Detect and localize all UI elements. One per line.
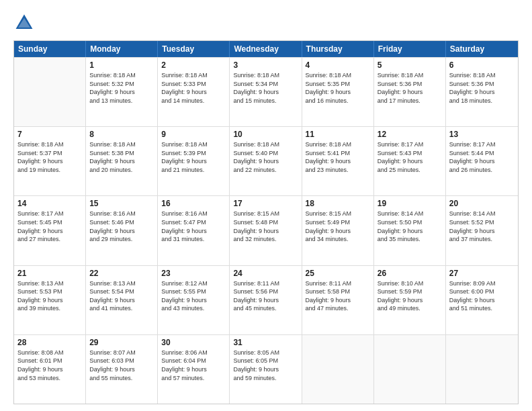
day-number: 3 [233,60,298,70]
cal-header-tuesday: Tuesday [158,41,230,57]
cal-week-4: 21Sunrise: 8:13 AM Sunset: 5:53 PM Dayli… [14,265,518,334]
cal-cell-6: 6Sunrise: 8:18 AM Sunset: 5:36 PM Daylig… [446,58,518,126]
cal-cell-10: 10Sunrise: 8:18 AM Sunset: 5:40 PM Dayli… [230,127,302,195]
cal-header-sunday: Sunday [14,41,86,57]
day-info: Sunrise: 8:05 AM Sunset: 6:05 PM Dayligh… [233,349,298,382]
cal-cell-15: 15Sunrise: 8:16 AM Sunset: 5:46 PM Dayli… [86,196,158,265]
calendar: SundayMondayTuesdayWednesdayThursdayFrid… [13,40,519,404]
day-number: 22 [89,269,154,278]
day-number: 6 [449,60,515,70]
day-number: 7 [17,130,82,139]
page: SundayMondayTuesdayWednesdayThursdayFrid… [0,0,532,411]
day-info: Sunrise: 8:18 AM Sunset: 5:32 PM Dayligh… [89,71,154,105]
day-number: 21 [17,269,82,278]
cal-cell-19: 19Sunrise: 8:14 AM Sunset: 5:50 PM Dayli… [374,196,446,265]
day-number: 15 [89,199,154,208]
cal-cell-26: 26Sunrise: 8:10 AM Sunset: 5:59 PM Dayli… [374,266,446,334]
cal-cell-28: 28Sunrise: 8:08 AM Sunset: 6:01 PM Dayli… [14,335,86,404]
cal-cell-empty-6 [446,335,518,404]
day-info: Sunrise: 8:18 AM Sunset: 5:39 PM Dayligh… [161,140,226,174]
day-number: 23 [161,269,226,278]
cal-cell-20: 20Sunrise: 8:14 AM Sunset: 5:52 PM Dayli… [446,196,518,265]
day-number: 5 [378,60,442,70]
day-number: 13 [449,130,515,139]
day-number: 25 [306,269,370,278]
day-info: Sunrise: 8:18 AM Sunset: 5:37 PM Dayligh… [17,140,82,174]
day-number: 31 [233,338,298,347]
cal-cell-5: 5Sunrise: 8:18 AM Sunset: 5:36 PM Daylig… [374,58,446,126]
cal-header-monday: Monday [86,41,158,57]
cal-week-5: 28Sunrise: 8:08 AM Sunset: 6:01 PM Dayli… [14,334,518,404]
day-info: Sunrise: 8:16 AM Sunset: 5:46 PM Dayligh… [89,210,154,243]
day-info: Sunrise: 8:13 AM Sunset: 5:54 PM Dayligh… [89,279,154,313]
cal-cell-16: 16Sunrise: 8:16 AM Sunset: 5:47 PM Dayli… [158,196,230,265]
cal-header-friday: Friday [374,41,446,57]
cal-cell-22: 22Sunrise: 8:13 AM Sunset: 5:54 PM Dayli… [86,266,158,334]
day-info: Sunrise: 8:17 AM Sunset: 5:43 PM Dayligh… [378,140,442,174]
cal-cell-25: 25Sunrise: 8:11 AM Sunset: 5:58 PM Dayli… [302,266,374,334]
cal-week-1: 1Sunrise: 8:18 AM Sunset: 5:32 PM Daylig… [14,57,518,126]
cal-cell-18: 18Sunrise: 8:15 AM Sunset: 5:49 PM Dayli… [302,196,374,265]
day-number: 17 [233,199,298,208]
cal-cell-2: 2Sunrise: 8:18 AM Sunset: 5:33 PM Daylig… [158,58,230,126]
cal-week-3: 14Sunrise: 8:17 AM Sunset: 5:45 PM Dayli… [14,195,518,265]
cal-cell-23: 23Sunrise: 8:12 AM Sunset: 5:55 PM Dayli… [158,266,230,334]
cal-cell-21: 21Sunrise: 8:13 AM Sunset: 5:53 PM Dayli… [14,266,86,334]
cal-cell-13: 13Sunrise: 8:17 AM Sunset: 5:44 PM Dayli… [446,127,518,195]
logo-icon [13,12,35,34]
day-info: Sunrise: 8:18 AM Sunset: 5:34 PM Dayligh… [233,71,298,105]
cal-cell-1: 1Sunrise: 8:18 AM Sunset: 5:32 PM Daylig… [86,58,158,126]
cal-header-thursday: Thursday [302,41,374,57]
day-info: Sunrise: 8:17 AM Sunset: 5:45 PM Dayligh… [17,210,82,243]
day-number: 10 [233,130,298,139]
cal-cell-7: 7Sunrise: 8:18 AM Sunset: 5:37 PM Daylig… [14,127,86,195]
day-number: 16 [161,199,226,208]
header [13,12,519,34]
day-info: Sunrise: 8:12 AM Sunset: 5:55 PM Dayligh… [161,279,226,313]
day-info: Sunrise: 8:11 AM Sunset: 5:58 PM Dayligh… [306,279,370,313]
cal-header-wednesday: Wednesday [230,41,302,57]
day-number: 1 [89,60,154,70]
day-info: Sunrise: 8:09 AM Sunset: 6:00 PM Dayligh… [449,279,515,313]
day-info: Sunrise: 8:18 AM Sunset: 5:35 PM Dayligh… [306,71,370,105]
day-number: 12 [378,130,442,139]
cal-cell-11: 11Sunrise: 8:18 AM Sunset: 5:41 PM Dayli… [302,127,374,195]
day-number: 11 [306,130,370,139]
cal-week-2: 7Sunrise: 8:18 AM Sunset: 5:37 PM Daylig… [14,126,518,195]
cal-cell-empty-4 [302,335,374,404]
day-number: 20 [449,199,515,208]
day-number: 9 [161,130,226,139]
cal-cell-14: 14Sunrise: 8:17 AM Sunset: 5:45 PM Dayli… [14,196,86,265]
day-info: Sunrise: 8:18 AM Sunset: 5:41 PM Dayligh… [306,140,370,174]
day-number: 29 [89,338,154,347]
cal-cell-8: 8Sunrise: 8:18 AM Sunset: 5:38 PM Daylig… [86,127,158,195]
day-info: Sunrise: 8:06 AM Sunset: 6:04 PM Dayligh… [161,349,226,382]
cal-header-saturday: Saturday [446,41,518,57]
day-number: 30 [161,338,226,347]
cal-cell-17: 17Sunrise: 8:15 AM Sunset: 5:48 PM Dayli… [230,196,302,265]
day-info: Sunrise: 8:17 AM Sunset: 5:44 PM Dayligh… [449,140,515,174]
day-info: Sunrise: 8:18 AM Sunset: 5:33 PM Dayligh… [161,71,226,105]
day-info: Sunrise: 8:14 AM Sunset: 5:52 PM Dayligh… [449,210,515,243]
cal-cell-29: 29Sunrise: 8:07 AM Sunset: 6:03 PM Dayli… [86,335,158,404]
day-info: Sunrise: 8:15 AM Sunset: 5:49 PM Dayligh… [306,210,370,243]
cal-cell-3: 3Sunrise: 8:18 AM Sunset: 5:34 PM Daylig… [230,58,302,126]
day-number: 26 [378,269,442,278]
calendar-header-row: SundayMondayTuesdayWednesdayThursdayFrid… [14,41,518,57]
day-number: 19 [378,199,442,208]
cal-cell-empty-5 [374,335,446,404]
day-info: Sunrise: 8:16 AM Sunset: 5:47 PM Dayligh… [161,210,226,243]
cal-cell-empty-0 [14,58,86,126]
day-info: Sunrise: 8:10 AM Sunset: 5:59 PM Dayligh… [378,279,442,313]
day-info: Sunrise: 8:07 AM Sunset: 6:03 PM Dayligh… [89,349,154,382]
logo [13,12,38,34]
day-number: 8 [89,130,154,139]
cal-cell-9: 9Sunrise: 8:18 AM Sunset: 5:39 PM Daylig… [158,127,230,195]
day-info: Sunrise: 8:11 AM Sunset: 5:56 PM Dayligh… [233,279,298,313]
cal-cell-24: 24Sunrise: 8:11 AM Sunset: 5:56 PM Dayli… [230,266,302,334]
day-info: Sunrise: 8:14 AM Sunset: 5:50 PM Dayligh… [378,210,442,243]
cal-cell-4: 4Sunrise: 8:18 AM Sunset: 5:35 PM Daylig… [302,58,374,126]
day-info: Sunrise: 8:08 AM Sunset: 6:01 PM Dayligh… [17,349,82,382]
day-info: Sunrise: 8:18 AM Sunset: 5:36 PM Dayligh… [378,71,442,105]
cal-cell-30: 30Sunrise: 8:06 AM Sunset: 6:04 PM Dayli… [158,335,230,404]
